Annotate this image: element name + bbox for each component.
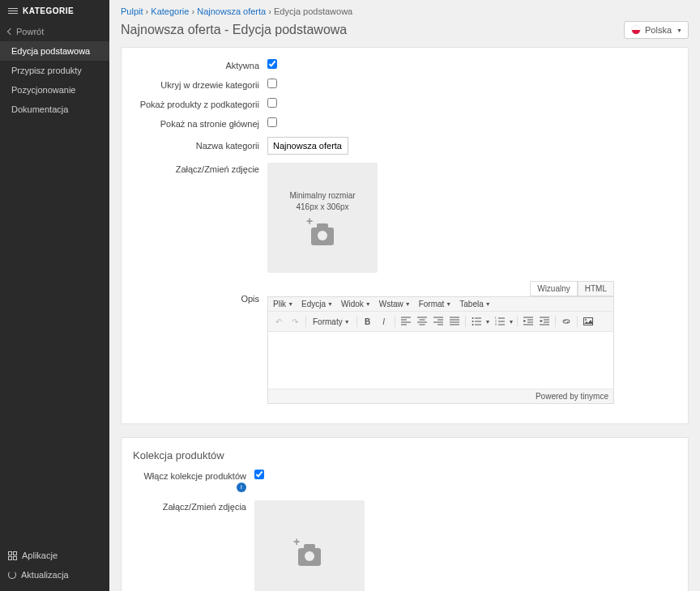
editor-footer: Powered by tinymce bbox=[268, 389, 613, 403]
flag-icon bbox=[631, 25, 641, 35]
active-label: Aktywna bbox=[133, 59, 267, 70]
page-title: Najnowsza oferta - Edycja podstawowa bbox=[121, 23, 347, 37]
plus-icon: + bbox=[305, 216, 314, 226]
sidebar-item-assign-products[interactable]: Przypisz produkty bbox=[0, 61, 109, 80]
description-label: Opis bbox=[133, 281, 267, 304]
menu-format[interactable]: Format▼ bbox=[419, 300, 452, 308]
language-selector[interactable]: Polska ▼ bbox=[624, 21, 689, 39]
align-right-button[interactable] bbox=[431, 314, 446, 329]
footer-apps[interactable]: Aplikacje bbox=[0, 546, 109, 565]
image-button[interactable] bbox=[581, 314, 595, 329]
min-size-line2: 416px x 306px bbox=[289, 202, 355, 213]
hide-tree-label: Ukryj w drzewie kategorii bbox=[133, 79, 267, 90]
menu-insert[interactable]: Wstaw▼ bbox=[379, 300, 411, 308]
breadcrumb-kategorie[interactable]: Kategorie bbox=[151, 6, 189, 16]
sidebar-title: KATEGORIE bbox=[0, 0, 109, 22]
footer-update-label: Aktualizacja bbox=[21, 570, 69, 580]
enable-collections-checkbox[interactable] bbox=[254, 470, 264, 479]
align-left-button[interactable] bbox=[399, 314, 413, 329]
breadcrumb-current: Edycja podstawowa bbox=[274, 6, 352, 16]
plus-icon: + bbox=[292, 537, 301, 546]
sidebar-item-documentation[interactable]: Dokumentacja bbox=[0, 100, 109, 119]
wysiwyg-editor: Plik▼ Edycja▼ Widok▼ Wstaw▼ Format▼ Tabe… bbox=[267, 296, 614, 404]
collection-panel: Kolekcja produktów Włącz kolekcje produk… bbox=[121, 437, 689, 591]
refresh-icon bbox=[8, 571, 16, 579]
svg-text:3: 3 bbox=[495, 323, 497, 326]
breadcrumb-pulpit[interactable]: Pulpit bbox=[121, 6, 143, 16]
align-justify-button[interactable] bbox=[447, 314, 462, 329]
bold-button[interactable]: B bbox=[361, 314, 375, 329]
camera-icon bbox=[298, 548, 321, 566]
enable-collections-label: Włącz kolekcje produktów i bbox=[133, 470, 254, 492]
hide-tree-checkbox[interactable] bbox=[267, 79, 277, 88]
editor-tab-visual[interactable]: Wizualny bbox=[530, 281, 578, 296]
language-label: Polska bbox=[645, 25, 672, 35]
camera-icon bbox=[311, 227, 334, 245]
main: Pulpit › Kategorie › Najnowsza oferta › … bbox=[109, 0, 700, 591]
footer-apps-label: Aplikacje bbox=[22, 551, 58, 560]
show-sub-label: Pokaż produkty z podkategorii bbox=[133, 98, 267, 109]
bullet-list-button[interactable] bbox=[469, 314, 484, 329]
image-upload[interactable]: Minimalny rozmiar 416px x 306px + bbox=[267, 163, 378, 273]
link-button[interactable] bbox=[559, 314, 574, 329]
show-home-checkbox[interactable] bbox=[267, 117, 277, 127]
breadcrumb: Pulpit › Kategorie › Najnowsza oferta › … bbox=[121, 6, 689, 16]
number-list-caret[interactable]: ▼ bbox=[509, 319, 514, 325]
sidebar-item-edit-basic[interactable]: Edycja podstawowa bbox=[0, 41, 109, 61]
menu-file[interactable]: Plik▼ bbox=[273, 300, 293, 308]
svg-point-1 bbox=[472, 321, 473, 322]
bullet-list-caret[interactable]: ▼ bbox=[485, 319, 491, 325]
menu-edit[interactable]: Edycja▼ bbox=[301, 300, 333, 308]
back-label: Powrót bbox=[16, 27, 44, 36]
italic-button[interactable]: I bbox=[377, 314, 391, 329]
sidebar-item-positioning[interactable]: Pozycjonowanie bbox=[0, 80, 109, 100]
outdent-button[interactable] bbox=[521, 314, 536, 329]
svg-point-2 bbox=[472, 324, 473, 325]
min-size-line1: Minimalny rozmiar bbox=[289, 190, 355, 202]
svg-point-0 bbox=[472, 317, 473, 319]
number-list-button[interactable]: 123 bbox=[493, 314, 507, 329]
menu-table[interactable]: Tabela▼ bbox=[459, 300, 490, 308]
active-checkbox[interactable] bbox=[267, 59, 277, 69]
menu-icon[interactable] bbox=[8, 6, 18, 15]
category-name-input[interactable] bbox=[267, 137, 348, 155]
indent-button[interactable] bbox=[537, 314, 552, 329]
collection-image-label: Załącz/Zmień zdjęcia bbox=[133, 500, 254, 512]
footer-update[interactable]: Aktualizacja bbox=[0, 565, 109, 585]
basic-edit-panel: Aktywna Ukryj w drzewie kategorii Pokaż … bbox=[121, 47, 689, 424]
formats-dropdown[interactable]: Formaty▼ bbox=[309, 317, 353, 326]
redo-button[interactable]: ↷ bbox=[288, 314, 302, 329]
chevron-left-icon bbox=[7, 28, 14, 35]
image-label: Załącz/Zmień zdjęcie bbox=[133, 163, 267, 174]
back-link[interactable]: Powrót bbox=[0, 22, 109, 41]
apps-icon bbox=[8, 551, 17, 560]
sidebar: KATEGORIE Powrót Edycja podstawowa Przyp… bbox=[0, 0, 109, 591]
show-home-label: Pokaż na stronie głównej bbox=[133, 117, 267, 129]
menu-view[interactable]: Widok▼ bbox=[341, 300, 371, 308]
category-name-label: Nazwa kategorii bbox=[133, 137, 267, 151]
undo-button[interactable]: ↶ bbox=[271, 314, 286, 329]
sidebar-title-text: KATEGORIE bbox=[23, 6, 74, 15]
chevron-down-icon: ▼ bbox=[677, 28, 682, 33]
editor-content[interactable] bbox=[268, 332, 613, 389]
show-sub-checkbox[interactable] bbox=[267, 98, 277, 108]
svg-point-7 bbox=[585, 319, 587, 321]
breadcrumb-najnowsza[interactable]: Najnowsza oferta bbox=[197, 6, 266, 16]
info-icon[interactable]: i bbox=[237, 483, 246, 492]
collection-image-upload[interactable]: + bbox=[254, 500, 365, 592]
collection-title: Kolekcja produktów bbox=[133, 449, 677, 461]
editor-tab-html[interactable]: HTML bbox=[578, 281, 614, 296]
align-center-button[interactable] bbox=[415, 314, 429, 329]
